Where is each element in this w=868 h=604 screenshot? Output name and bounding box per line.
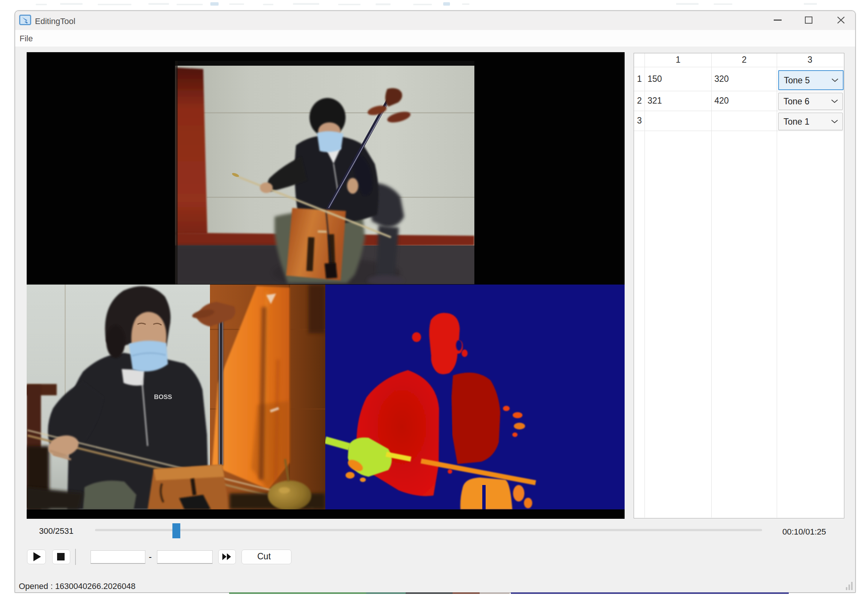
svg-text:BOSS: BOSS — [154, 393, 172, 400]
